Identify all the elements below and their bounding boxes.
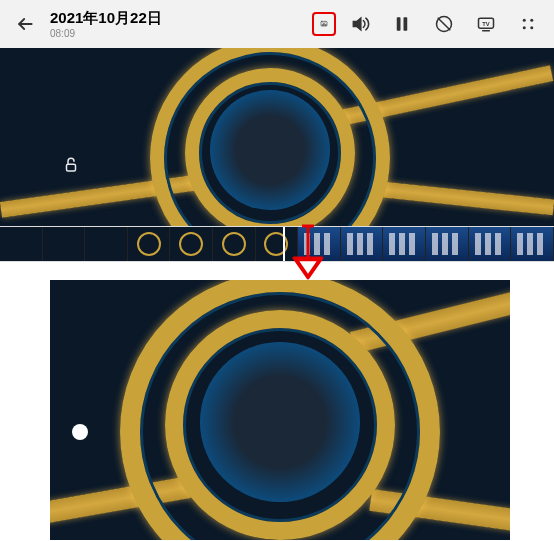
timeline-thumbnail-strip[interactable] xyxy=(0,226,554,262)
volume-icon xyxy=(350,14,370,34)
svg-rect-8 xyxy=(404,17,408,31)
pause-button[interactable] xyxy=(390,12,414,36)
cast-tv-icon: TV xyxy=(476,14,496,34)
video-preview-bottom[interactable] xyxy=(50,280,510,540)
volume-button[interactable] xyxy=(348,12,372,36)
svg-point-15 xyxy=(530,19,533,22)
svg-rect-18 xyxy=(67,164,76,171)
svg-marker-6 xyxy=(353,18,361,30)
pause-icon xyxy=(393,15,411,33)
rotate-lock-icon xyxy=(434,14,454,34)
timeline-thumb[interactable] xyxy=(170,227,213,261)
top-bar: 2021年10月22日 08:09 TV xyxy=(0,0,554,48)
timeline-thumb[interactable] xyxy=(341,227,384,261)
timeline-thumb[interactable] xyxy=(213,227,256,261)
annotation-arrow-down xyxy=(288,224,328,280)
video-date-title: 2021年10月22日 xyxy=(50,9,304,28)
video-time-subtitle: 08:09 xyxy=(50,28,304,39)
timeline-thumb[interactable] xyxy=(383,227,426,261)
lock-icon xyxy=(62,156,80,174)
video-frame-content xyxy=(0,48,554,226)
title-block: 2021年10月22日 08:09 xyxy=(50,9,304,39)
video-frame-content xyxy=(50,280,510,540)
video-preview-top[interactable] xyxy=(0,48,554,226)
timeline-playhead[interactable] xyxy=(283,227,285,262)
timeline-thumb[interactable] xyxy=(43,227,86,261)
timeline-thumb[interactable] xyxy=(469,227,512,261)
more-menu-button[interactable] xyxy=(516,12,540,36)
svg-point-16 xyxy=(523,26,526,29)
svg-point-14 xyxy=(523,19,526,22)
timeline-thumb[interactable] xyxy=(0,227,43,261)
timeline-thumb[interactable] xyxy=(128,227,171,261)
recording-indicator xyxy=(72,424,88,440)
screenshot-button[interactable] xyxy=(312,12,336,36)
orientation-lock-indicator[interactable] xyxy=(62,156,80,174)
cast-button[interactable]: TV xyxy=(474,12,498,36)
more-dots-icon xyxy=(519,15,537,33)
timeline-thumb[interactable] xyxy=(85,227,128,261)
rotate-lock-button[interactable] xyxy=(432,12,456,36)
back-arrow-icon xyxy=(15,14,35,34)
toolbar: TV xyxy=(318,12,540,36)
back-button[interactable] xyxy=(14,13,36,35)
timeline-thumb[interactable] xyxy=(426,227,469,261)
timeline-thumb[interactable] xyxy=(511,227,554,261)
svg-point-17 xyxy=(530,26,533,29)
svg-rect-7 xyxy=(397,17,401,31)
scissors-icon xyxy=(320,14,328,34)
svg-text:TV: TV xyxy=(482,21,490,27)
svg-line-10 xyxy=(438,18,450,30)
